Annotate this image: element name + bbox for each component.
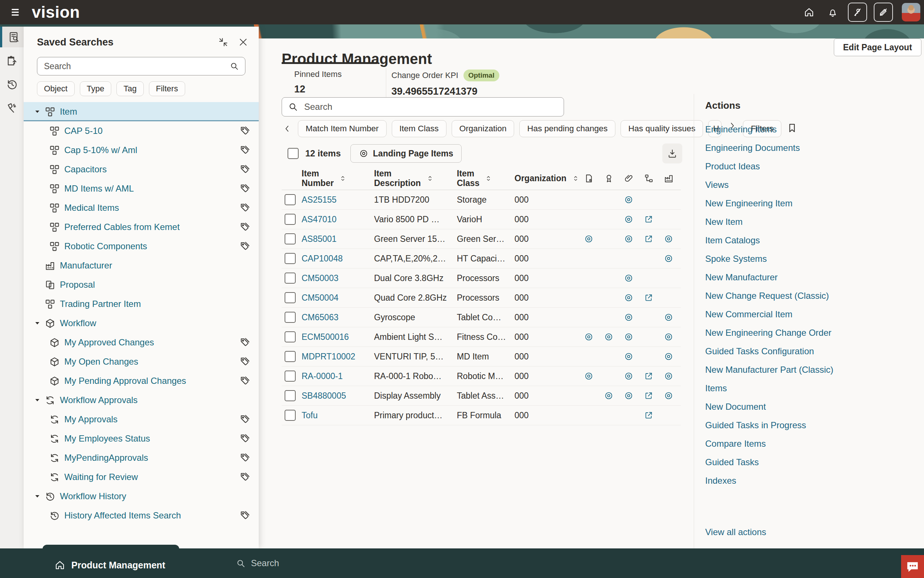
filter-chip[interactable]: Organization bbox=[451, 120, 515, 137]
action-link[interactable]: New Change Request (Classic) bbox=[705, 287, 924, 305]
select-all-checkbox[interactable] bbox=[288, 148, 299, 159]
action-link[interactable]: New Document bbox=[705, 398, 924, 416]
tree-item[interactable]: Waiting for Review bbox=[24, 468, 259, 487]
action-link[interactable]: Product Ideas bbox=[705, 157, 924, 176]
action-link[interactable]: Guided Tasks in Progress bbox=[705, 416, 924, 435]
tree-item[interactable]: MyPendingApprovals bbox=[24, 448, 259, 468]
panel-chip[interactable]: Tag bbox=[117, 81, 143, 96]
tree-item[interactable]: Robotic Components bbox=[24, 237, 259, 256]
column-organization[interactable]: Organization bbox=[515, 174, 579, 183]
view-all-actions-link[interactable]: View all actions bbox=[705, 527, 766, 537]
row-checkbox[interactable] bbox=[285, 331, 296, 343]
item-number-link[interactable]: ECM500016 bbox=[302, 332, 349, 342]
tags-icon[interactable] bbox=[239, 452, 251, 464]
home-icon[interactable] bbox=[801, 4, 817, 21]
landing-page-items-button[interactable]: Landing Page Items bbox=[350, 144, 462, 163]
action-link[interactable]: New Engineering Change Order bbox=[705, 323, 924, 342]
item-number-link[interactable]: CM50003 bbox=[302, 273, 338, 283]
tree-item[interactable]: My Pending Approval Changes bbox=[24, 371, 259, 391]
attachment-indicator-icon[interactable] bbox=[619, 371, 639, 381]
attachment-indicator-icon[interactable] bbox=[619, 312, 639, 322]
structure-indicator-icon[interactable] bbox=[639, 371, 659, 381]
doc-indicator-icon[interactable] bbox=[579, 332, 599, 342]
notifications-bell-icon[interactable] bbox=[824, 4, 841, 21]
action-link[interactable]: New Engineering Item bbox=[705, 194, 924, 213]
attachment-indicator-icon[interactable] bbox=[619, 332, 639, 342]
tree-item[interactable]: Capacitors bbox=[24, 160, 259, 179]
item-number-link[interactable]: Tofu bbox=[302, 411, 317, 420]
collapse-panel-icon[interactable] bbox=[217, 36, 230, 49]
panel-chip[interactable]: Type bbox=[80, 81, 112, 96]
column-item-class[interactable]: Item Class bbox=[457, 169, 515, 188]
tree-item[interactable]: Manufacturer bbox=[24, 256, 259, 275]
tags-icon[interactable] bbox=[239, 336, 251, 348]
sort-icon[interactable] bbox=[485, 175, 492, 182]
rail-item[interactable] bbox=[0, 27, 26, 47]
row-checkbox[interactable] bbox=[285, 410, 296, 421]
whereused-indicator-icon[interactable] bbox=[659, 234, 679, 244]
row-checkbox[interactable] bbox=[285, 273, 296, 284]
chevron-left-icon[interactable] bbox=[282, 123, 293, 134]
attachment-indicator-icon[interactable] bbox=[619, 234, 639, 244]
attachment-indicator-icon[interactable] bbox=[619, 293, 639, 302]
tree-item[interactable]: Workflow History bbox=[24, 487, 259, 506]
tags-icon[interactable] bbox=[239, 221, 251, 233]
row-checkbox[interactable] bbox=[285, 194, 296, 205]
tree-item[interactable]: Workflow bbox=[24, 313, 259, 333]
action-link[interactable]: Guided Tasks Configuration bbox=[705, 342, 924, 360]
action-link[interactable]: Views bbox=[705, 176, 924, 194]
tree-item[interactable]: My Approvals bbox=[24, 410, 259, 429]
rail-item[interactable] bbox=[0, 50, 24, 71]
tags-icon[interactable] bbox=[239, 240, 251, 252]
action-link[interactable]: Spoke Systems bbox=[705, 250, 924, 268]
whereused-indicator-icon[interactable] bbox=[659, 371, 679, 381]
tags-icon[interactable] bbox=[239, 183, 251, 195]
action-link[interactable]: Engineering Items bbox=[705, 120, 924, 139]
item-number-link[interactable]: CM50004 bbox=[302, 293, 338, 302]
action-link[interactable]: Items bbox=[705, 379, 924, 398]
tree-item[interactable]: My Employees Status bbox=[24, 429, 259, 448]
action-link[interactable]: Indexes bbox=[705, 471, 924, 490]
tree-item[interactable]: My Open Changes bbox=[24, 352, 259, 371]
tree-item[interactable]: Medical Items bbox=[24, 198, 259, 218]
tree-item[interactable]: MD Items w/ AML bbox=[24, 179, 259, 198]
impersonation-off-icon[interactable] bbox=[848, 3, 867, 22]
search-icon[interactable] bbox=[230, 62, 239, 71]
tags-icon[interactable] bbox=[239, 375, 251, 387]
row-checkbox[interactable] bbox=[285, 253, 296, 264]
sort-icon[interactable] bbox=[572, 175, 579, 182]
tree-item[interactable]: Cap 5-10% w/ Aml bbox=[24, 141, 259, 160]
item-number-link[interactable]: AS25155 bbox=[302, 195, 337, 205]
sort-icon[interactable] bbox=[339, 175, 347, 182]
row-checkbox[interactable] bbox=[285, 312, 296, 323]
row-checkbox[interactable] bbox=[285, 370, 296, 382]
tags-icon[interactable] bbox=[239, 164, 251, 175]
caret-down-icon[interactable] bbox=[31, 317, 44, 330]
tree-item[interactable]: History Affected Items Search bbox=[24, 506, 259, 525]
item-number-link[interactable]: AS85001 bbox=[302, 234, 337, 244]
filter-chip[interactable]: Item Class bbox=[392, 120, 447, 137]
download-icon[interactable] bbox=[662, 143, 682, 164]
sort-icon[interactable] bbox=[426, 175, 434, 182]
tree-item[interactable]: Item bbox=[24, 102, 259, 121]
filter-chip[interactable]: Has quality issues bbox=[621, 120, 703, 137]
action-link[interactable]: New Item bbox=[705, 213, 924, 231]
tree-item[interactable]: Preferred Cables from Kemet bbox=[24, 218, 259, 237]
tags-icon[interactable] bbox=[239, 414, 251, 425]
action-link[interactable]: Guided Tasks bbox=[705, 453, 924, 471]
attachment-indicator-icon[interactable] bbox=[619, 391, 639, 401]
tree-item[interactable]: Trading Partner Item bbox=[24, 294, 259, 313]
item-number-link[interactable]: CAP10048 bbox=[302, 254, 343, 263]
action-link[interactable]: New Manufacturer Part (Classic) bbox=[705, 360, 924, 379]
attachment-indicator-icon[interactable] bbox=[619, 214, 639, 224]
action-link[interactable]: Compare Items bbox=[705, 435, 924, 453]
column-item-number[interactable]: Item Number bbox=[302, 169, 374, 188]
row-checkbox[interactable] bbox=[285, 390, 296, 401]
action-link[interactable]: New Commercial Item bbox=[705, 305, 924, 323]
attachment-indicator-icon[interactable] bbox=[619, 195, 639, 205]
structure-indicator-icon[interactable] bbox=[639, 411, 659, 420]
structure-indicator-icon[interactable] bbox=[639, 234, 659, 244]
column-item-description[interactable]: Item Description bbox=[374, 169, 457, 188]
action-link[interactable]: Item Catalogs bbox=[705, 231, 924, 250]
structure-indicator-icon[interactable] bbox=[639, 293, 659, 302]
